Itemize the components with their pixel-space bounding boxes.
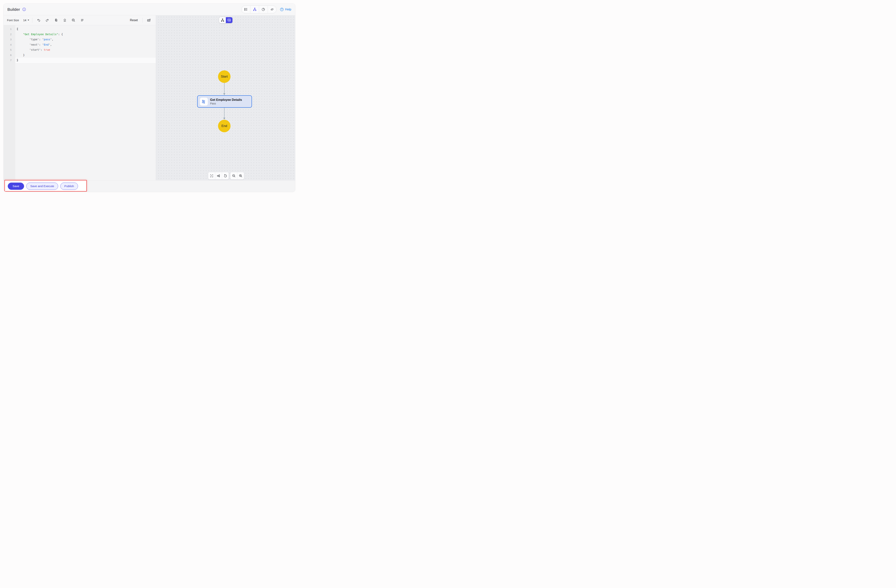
info-icon[interactable] — [22, 8, 26, 11]
redo-button[interactable] — [44, 17, 50, 23]
start-node[interactable]: Start — [218, 70, 230, 83]
auto-layout-button[interactable] — [215, 172, 222, 179]
main-area: Font Size 14 — [4, 15, 295, 180]
undo-button[interactable] — [35, 17, 42, 23]
zoom-out-button[interactable] — [230, 172, 237, 179]
view-switcher — [241, 6, 277, 14]
flow-view-icon[interactable] — [250, 6, 259, 13]
list-view-icon[interactable] — [242, 6, 250, 13]
undo-icon — [37, 18, 41, 22]
keyboard-icon — [147, 18, 151, 22]
code-line[interactable]: "type": "pass", — [17, 37, 156, 42]
footer-bar: Save Save and Execute Publish — [4, 180, 295, 191]
zoom-in-icon — [239, 174, 242, 178]
task-icon-box — [200, 97, 208, 106]
end-node[interactable]: End — [218, 120, 230, 132]
format-icon — [81, 18, 84, 22]
code-search-button[interactable] — [70, 17, 77, 23]
editor-gutter: 1234567 — [4, 25, 15, 180]
canvas-mode-toggle — [219, 17, 232, 23]
canvas-controls-main — [208, 172, 229, 179]
keyboard-shortcuts-button[interactable] — [146, 17, 152, 23]
code-line[interactable]: } — [15, 58, 156, 63]
action-panel: Save Save and Execute Publish — [4, 181, 86, 192]
line-number: 2 — [4, 32, 15, 37]
editor-toolbar: Font Size 14 — [4, 15, 156, 25]
code-line[interactable]: "Get Employee Details": { — [17, 32, 156, 37]
auto-layout-icon — [217, 174, 220, 178]
code-lines[interactable]: { "Get Employee Details": { "type": "pas… — [15, 25, 156, 180]
help-icon — [280, 8, 284, 11]
code-line[interactable]: } — [17, 53, 156, 58]
pass-state-icon — [201, 99, 206, 104]
save-and-execute-button[interactable]: Save and Execute — [26, 182, 58, 190]
start-node-label: Start — [221, 75, 228, 79]
end-node-label: End — [221, 124, 227, 128]
eraser-icon — [63, 18, 67, 22]
redo-icon — [46, 18, 49, 22]
task-node-subtitle: Pass — [210, 102, 242, 105]
pie-chart-icon[interactable] — [259, 6, 268, 13]
code-view-button[interactable] — [226, 17, 232, 23]
code-editor[interactable]: 1234567 { "Get Employee Details": { "typ… — [4, 25, 156, 180]
line-number: 5 — [4, 47, 15, 53]
fit-view-button[interactable] — [208, 172, 215, 179]
canvas-controls-zoom — [230, 172, 244, 179]
header-actions: Help — [241, 6, 291, 14]
line-number: 3 — [4, 37, 15, 42]
code-line[interactable]: "start": true — [17, 47, 156, 53]
font-size-label: Font Size — [7, 18, 19, 22]
builder-window: Builder — [3, 3, 295, 192]
copy-icon — [54, 18, 58, 22]
code-line[interactable]: { — [17, 26, 156, 32]
eraser-button[interactable] — [61, 17, 68, 23]
toolbar-divider — [142, 18, 143, 23]
header-bar: Builder — [4, 4, 295, 15]
tree-view-button[interactable] — [219, 17, 226, 23]
reset-button[interactable]: Reset — [128, 18, 139, 23]
reset-view-button[interactable] — [222, 172, 229, 179]
format-button[interactable] — [79, 17, 85, 23]
publish-button[interactable]: Publish — [60, 182, 78, 190]
font-size-dropdown[interactable]: 14 — [23, 18, 29, 22]
font-size-value: 14 — [23, 18, 26, 22]
save-button[interactable]: Save — [8, 182, 24, 190]
task-node-title: Get Employee Details — [210, 98, 242, 102]
tree-view-icon — [221, 18, 224, 22]
flow-canvas[interactable]: Start Get Employee Details — [156, 15, 295, 180]
reset-view-icon — [224, 174, 227, 178]
copy-button[interactable] — [53, 17, 59, 23]
connector-start-to-task — [223, 83, 226, 95]
connector-task-to-end — [223, 108, 226, 120]
help-label: Help — [285, 8, 291, 11]
zoom-in-button[interactable] — [237, 172, 244, 179]
editor-pane: Font Size 14 — [4, 15, 156, 180]
refresh-icon[interactable] — [268, 6, 276, 13]
line-number: 4 — [4, 42, 15, 47]
code-line[interactable]: "next": "End", — [17, 42, 156, 47]
zoom-out-icon — [232, 174, 236, 178]
line-number: 6 — [4, 53, 15, 58]
task-node-get-employee-details[interactable]: Get Employee Details Pass — [197, 95, 252, 108]
code-search-icon — [72, 18, 75, 22]
help-button[interactable]: Help — [280, 8, 291, 11]
fit-view-icon — [210, 174, 213, 178]
line-number: 1 — [4, 26, 15, 32]
code-view-icon — [227, 18, 231, 22]
line-number: 7 — [4, 58, 15, 63]
toolbar-divider — [32, 18, 32, 23]
task-node-texts: Get Employee Details Pass — [210, 98, 242, 105]
page-title: Builder — [8, 7, 20, 12]
chevron-down-icon — [27, 20, 29, 21]
